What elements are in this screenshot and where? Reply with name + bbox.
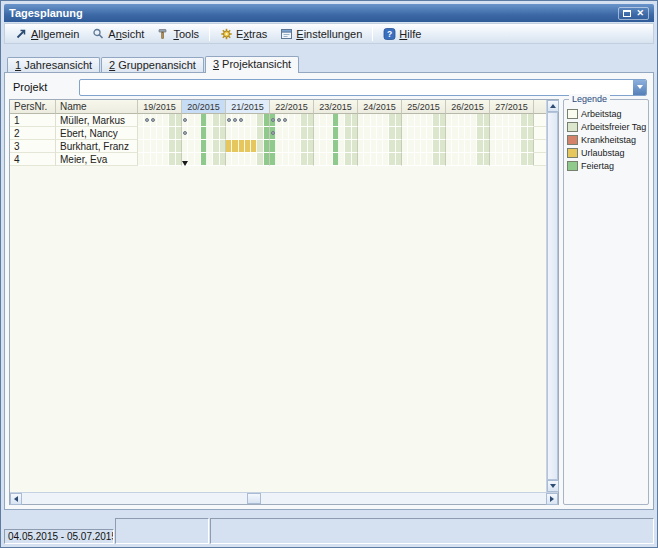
person-row[interactable]: 3Burkhart, Franz bbox=[10, 140, 546, 153]
day-cell[interactable] bbox=[352, 153, 357, 165]
day-cell[interactable] bbox=[528, 127, 533, 139]
col-header-week-22-2015[interactable]: 22/2015 bbox=[270, 100, 314, 114]
tab-projektansicht[interactable]: 3 Projektansicht bbox=[205, 56, 299, 73]
day-cell[interactable] bbox=[308, 153, 313, 165]
week-cell bbox=[182, 114, 226, 127]
scroll-right-button[interactable] bbox=[546, 493, 558, 505]
day-cell[interactable] bbox=[264, 140, 269, 152]
week-cell bbox=[182, 127, 226, 140]
projekt-row: Projekt bbox=[9, 77, 649, 97]
projekt-combobox[interactable] bbox=[79, 79, 647, 96]
week-cell bbox=[270, 114, 314, 127]
close-button[interactable]: ✕ bbox=[636, 9, 644, 18]
day-cell[interactable] bbox=[440, 127, 445, 139]
day-cell[interactable] bbox=[264, 127, 269, 139]
day-cell[interactable] bbox=[528, 114, 533, 126]
day-cell[interactable] bbox=[528, 140, 533, 152]
scroll-up-button[interactable] bbox=[547, 100, 559, 112]
grid-view: PersNr.Name19/201520/201521/201522/20152… bbox=[10, 100, 546, 492]
col-header-week-19-2015[interactable]: 19/2015 bbox=[138, 100, 182, 114]
title-bar[interactable]: Tagesplanung ✕ bbox=[4, 4, 654, 22]
day-cell[interactable] bbox=[176, 114, 181, 126]
day-cell[interactable] bbox=[264, 153, 269, 165]
col-header-week-27-2015[interactable]: 27/2015 bbox=[490, 100, 534, 114]
week-cell bbox=[270, 140, 314, 153]
day-cell[interactable] bbox=[396, 127, 401, 139]
menu-item-ansicht[interactable]: Ansicht bbox=[86, 26, 150, 42]
day-cell[interactable] bbox=[528, 153, 533, 165]
day-cell[interactable] bbox=[176, 140, 181, 152]
week-cell bbox=[226, 153, 270, 166]
grid-rows: 1Müller, Markus2Ebert, Nancy3Burkhart, F… bbox=[10, 114, 546, 166]
day-cell[interactable] bbox=[352, 127, 357, 139]
horizontal-scroll-thumb[interactable] bbox=[247, 493, 261, 504]
vertical-scroll-thumb[interactable] bbox=[547, 112, 558, 480]
menu-item-tools[interactable]: Tools bbox=[151, 26, 205, 42]
day-cell[interactable] bbox=[352, 114, 357, 126]
window-controls: ✕ bbox=[618, 7, 649, 20]
menu-item-label: Tools bbox=[173, 28, 199, 40]
legend-item-arbeitsfreier-tag: Arbeitsfreier Tag bbox=[567, 122, 645, 132]
menu-item-einstellungen[interactable]: Einstellungen bbox=[274, 26, 368, 42]
plan-dot-icon bbox=[183, 118, 187, 122]
day-cell[interactable] bbox=[440, 153, 445, 165]
day-cell[interactable] bbox=[308, 114, 313, 126]
week-cell bbox=[138, 140, 182, 153]
person-row[interactable]: 1Müller, Markus bbox=[10, 114, 546, 127]
day-cell[interactable] bbox=[440, 114, 445, 126]
day-cell[interactable] bbox=[484, 114, 489, 126]
horizontal-scrollbar[interactable] bbox=[10, 492, 558, 504]
day-cell[interactable] bbox=[396, 140, 401, 152]
vertical-scroll-track[interactable] bbox=[547, 112, 558, 480]
plan-dot-icon bbox=[151, 118, 155, 122]
col-header-week-21-2015[interactable]: 21/2015 bbox=[226, 100, 270, 114]
day-cell[interactable] bbox=[308, 127, 313, 139]
week-cell bbox=[490, 140, 534, 153]
horizontal-scroll-track[interactable] bbox=[22, 493, 546, 504]
day-cell[interactable] bbox=[308, 140, 313, 152]
day-cell[interactable] bbox=[396, 153, 401, 165]
day-cell[interactable] bbox=[484, 140, 489, 152]
col-header-persnr[interactable]: PersNr. bbox=[10, 100, 56, 114]
day-cell[interactable] bbox=[220, 127, 225, 139]
person-row[interactable]: 2Ebert, Nancy bbox=[10, 127, 546, 140]
col-header-week-25-2015[interactable]: 25/2015 bbox=[402, 100, 446, 114]
menu-item-hilfe[interactable]: ?Hilfe bbox=[377, 26, 427, 42]
day-cell[interactable] bbox=[352, 140, 357, 152]
day-cell[interactable] bbox=[264, 114, 269, 126]
col-header-week-26-2015[interactable]: 26/2015 bbox=[446, 100, 490, 114]
day-cell[interactable] bbox=[396, 114, 401, 126]
col-header-week-23-2015[interactable]: 23/2015 bbox=[314, 100, 358, 114]
day-cell[interactable] bbox=[484, 127, 489, 139]
day-cell[interactable] bbox=[484, 153, 489, 165]
col-header-week-24-2015[interactable]: 24/2015 bbox=[358, 100, 402, 114]
week-cell bbox=[446, 127, 490, 140]
tab-jahresansicht[interactable]: 1 Jahresansicht bbox=[7, 57, 100, 72]
plan-dot-icon bbox=[183, 131, 187, 135]
day-cell[interactable] bbox=[176, 153, 181, 165]
view-icon bbox=[92, 28, 105, 40]
tab-gruppenansicht[interactable]: 2 Gruppenansicht bbox=[101, 57, 204, 72]
day-cell[interactable] bbox=[176, 127, 181, 139]
col-header-week-20-2015[interactable]: 20/2015 bbox=[182, 100, 226, 114]
day-cell[interactable] bbox=[220, 114, 225, 126]
menu-item-label: Allgemein bbox=[31, 28, 79, 40]
day-cell[interactable] bbox=[220, 153, 225, 165]
plan-dot-icon bbox=[271, 131, 275, 135]
menu-item-allgemein[interactable]: Allgemein bbox=[9, 26, 85, 42]
col-header-name[interactable]: Name bbox=[56, 100, 138, 114]
projektansicht-panel: Projekt PersNr.Name19/201520/201521/2015… bbox=[4, 72, 654, 510]
menu-item-extras[interactable]: Extras bbox=[214, 26, 273, 42]
scroll-left-button[interactable] bbox=[10, 493, 22, 505]
day-cell[interactable] bbox=[440, 140, 445, 152]
legend-swatch bbox=[567, 148, 578, 158]
restore-button[interactable] bbox=[623, 10, 631, 17]
menu-separator bbox=[372, 27, 373, 41]
vertical-scrollbar[interactable] bbox=[546, 100, 558, 492]
name-cell: Meier, Eva bbox=[56, 153, 138, 166]
week-cell bbox=[314, 114, 358, 127]
person-row[interactable]: 4Meier, Eva bbox=[10, 153, 546, 166]
projekt-dropdown-button[interactable] bbox=[633, 80, 646, 95]
scroll-down-button[interactable] bbox=[547, 480, 559, 492]
day-cell[interactable] bbox=[220, 140, 225, 152]
